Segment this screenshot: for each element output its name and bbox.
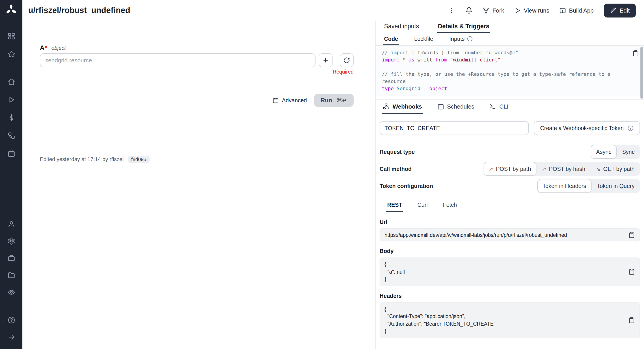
schedules-label: Schedules: [447, 103, 474, 110]
copy-code-button[interactable]: [632, 50, 639, 57]
flows-workflow-icon[interactable]: [4, 129, 18, 142]
header-actions: Fork View runs Build App Edit: [448, 3, 636, 17]
webhooks-label: Webhooks: [392, 103, 422, 110]
app-window: u/rfiszel/robust_undefined Fork View run…: [0, 0, 644, 349]
field-name: A: [40, 44, 44, 51]
post-by-path-label: POST by path: [496, 166, 531, 172]
clipboard-icon: [628, 268, 635, 275]
top-header: u/rfiszel/robust_undefined Fork View run…: [22, 0, 644, 21]
notifications-bell-icon[interactable]: [465, 7, 473, 14]
refresh-button[interactable]: [340, 53, 354, 67]
webhooks-panel: Create a Webhook-specific Token Request …: [376, 114, 644, 338]
panel-tabs: Saved inputs Details & Triggers: [376, 21, 644, 33]
runs-play-icon[interactable]: [4, 93, 18, 106]
tab-cli[interactable]: CLI: [488, 100, 509, 114]
trigger-tabs: Webhooks Schedules CLI: [376, 99, 644, 114]
workers-briefcase-icon[interactable]: [4, 251, 18, 265]
body-label: Body: [380, 248, 640, 254]
token-config-row: Token configuration Token in Headers Tok…: [380, 179, 640, 193]
add-resource-button[interactable]: [319, 53, 332, 67]
token-config-toggle: Token in Headers Token in Query: [537, 179, 640, 193]
edit-button[interactable]: Edit: [604, 3, 636, 17]
user-icon[interactable]: [4, 217, 18, 231]
home-icon[interactable]: [4, 75, 18, 88]
token-input[interactable]: [380, 121, 529, 135]
token-row: Create a Webhook-specific Token: [380, 121, 640, 135]
edit-label: Edit: [620, 7, 630, 14]
post-by-path-option[interactable]: ↗ POST by path: [483, 162, 536, 176]
tab-rest[interactable]: REST: [386, 199, 403, 212]
windmill-logo-icon[interactable]: [6, 4, 17, 16]
inputs-label: Inputs: [449, 36, 464, 42]
view-runs-label: View runs: [524, 7, 550, 14]
info-icon: [627, 125, 634, 131]
code-editor[interactable]: // import { toWords } from "number-to-wo…: [382, 49, 624, 92]
field-header: A * object: [40, 44, 66, 51]
request-type-toggle: Async Sync: [591, 145, 640, 159]
scrollbar[interactable]: [640, 47, 643, 99]
tab-curl[interactable]: Curl: [416, 199, 429, 212]
terminal-icon: [490, 103, 496, 110]
sync-option[interactable]: Sync: [617, 145, 640, 159]
folders-icon[interactable]: [4, 268, 18, 282]
kebab-menu-icon[interactable]: [448, 7, 455, 14]
tab-webhooks[interactable]: Webhooks: [382, 100, 423, 114]
calendar-icon: [272, 97, 279, 103]
calendar-icon: [437, 103, 444, 110]
copy-headers-button[interactable]: [628, 317, 635, 323]
create-webhook-token-button[interactable]: Create a Webhook-specific Token: [534, 121, 640, 135]
info-icon: [467, 36, 472, 42]
body-box: { "a": null }: [380, 257, 640, 286]
build-app-button[interactable]: Build App: [559, 7, 594, 14]
variables-dollar-icon[interactable]: [4, 111, 18, 124]
refresh-icon: [343, 57, 350, 64]
call-method-row: Call method ↗ POST by path ↗ POST by has…: [380, 162, 640, 176]
headers-json: { "Content-Type": "application/json", "A…: [384, 305, 625, 335]
page-title: u/rfiszel/robust_undefined: [28, 6, 130, 15]
tab-lockfile[interactable]: Lockfile: [414, 33, 434, 45]
view-runs-button[interactable]: View runs: [514, 7, 550, 14]
cli-label: CLI: [499, 103, 508, 110]
required-asterisk: *: [45, 44, 47, 51]
token-in-query-option[interactable]: Token in Query: [592, 179, 640, 193]
call-method-label: Call method: [380, 166, 412, 172]
tab-inputs[interactable]: Inputs: [448, 33, 474, 45]
expand-arrow-icon[interactable]: [4, 330, 18, 343]
arrow-up-right-icon: ↗: [542, 166, 546, 172]
run-button[interactable]: Run ⌘↵: [314, 94, 354, 107]
star-icon[interactable]: [4, 47, 18, 61]
tab-details-triggers[interactable]: Details & Triggers: [437, 21, 490, 33]
tab-code[interactable]: Code: [383, 33, 399, 45]
run-shortcut: ⌘↵: [336, 97, 347, 104]
run-label: Run: [321, 97, 332, 104]
webhook-icon: [383, 103, 390, 110]
copy-url-button[interactable]: [628, 231, 635, 238]
request-type-label: Request type: [380, 149, 415, 155]
advanced-button[interactable]: Advanced: [272, 97, 307, 103]
get-by-path-option[interactable]: ↘ GET by path: [591, 162, 640, 176]
arrow-up-right-icon: ↗: [489, 166, 493, 172]
help-icon[interactable]: [4, 313, 18, 326]
post-by-hash-option[interactable]: ↗ POST by hash: [536, 162, 591, 176]
edited-info: Edited yesterday at 17:14 by rfiszel f8d…: [40, 156, 150, 163]
version-hash-badge[interactable]: f8d095: [128, 156, 150, 163]
settings-gear-icon[interactable]: [4, 234, 18, 248]
token-in-headers-option[interactable]: Token in Headers: [537, 179, 592, 193]
detail-tabs: Code Lockfile Inputs: [376, 33, 644, 46]
tab-fetch[interactable]: Fetch: [442, 199, 458, 212]
sidebar-nav-main: [4, 75, 18, 160]
url-box: https://app.windmill.dev/api/w/windmill-…: [380, 228, 640, 241]
play-icon: [514, 7, 521, 14]
clipboard-icon: [628, 317, 635, 323]
resource-input[interactable]: [40, 53, 316, 67]
schedules-calendar-icon[interactable]: [4, 147, 18, 160]
apps-grid-icon[interactable]: [4, 29, 18, 43]
fork-button[interactable]: Fork: [483, 7, 504, 14]
audit-eye-icon[interactable]: [4, 285, 18, 299]
async-option[interactable]: Async: [591, 145, 617, 159]
tab-saved-inputs[interactable]: Saved inputs: [383, 21, 420, 33]
copy-body-button[interactable]: [628, 268, 635, 275]
sidebar-nav-bottom: [4, 217, 18, 343]
git-fork-icon: [483, 7, 490, 14]
tab-schedules[interactable]: Schedules: [436, 100, 475, 114]
